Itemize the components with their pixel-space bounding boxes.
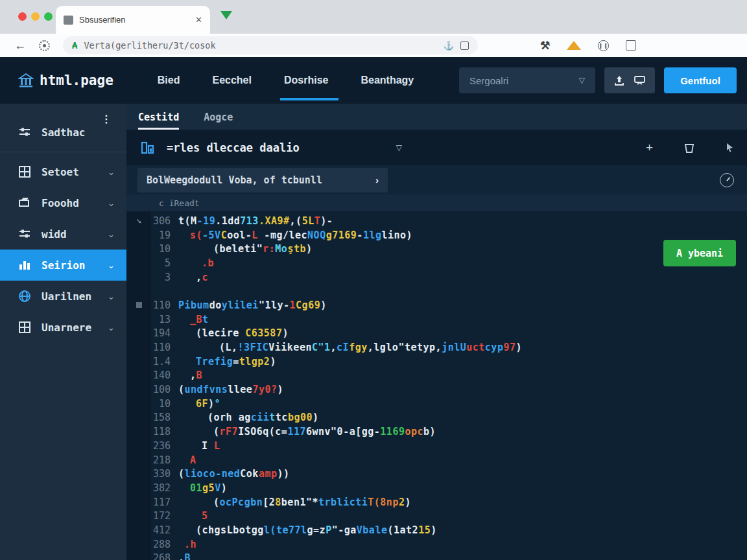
code-line: 218A — [126, 453, 747, 467]
run-button[interactable]: A ybeani — [663, 240, 736, 266]
dataset-selector-label[interactable]: =rles dleccae daalio — [167, 141, 385, 154]
app-header: html.page BiedEecchelDosrhiseBeanthagy S… — [0, 57, 747, 104]
code-text: .b — [178, 257, 214, 269]
profile-square-icon[interactable] — [626, 40, 636, 51]
query-input[interactable]: BolWeegdodull Voba, of tcbunll › — [137, 168, 388, 192]
kebab-menu-icon[interactable]: ⋮ — [101, 113, 112, 125]
sidebar: ⋮ Sadthac Setoet⌄Fooohd⌄widd⌄Seirion⌄Uar… — [0, 104, 126, 560]
sidebar-item-label: widd — [42, 228, 97, 240]
main-panel: CestitdAogce =rles dleccae daalio ▽ + Bo… — [126, 104, 747, 560]
chevron-down-icon: ▽ — [579, 76, 585, 85]
code-line: 288.h — [126, 537, 747, 552]
code-line: 330(lioco-nedCokamp)) — [126, 467, 747, 481]
code-area[interactable]: ➘306t(M-19.1dd713.XA9#,(5LT)-19s(-5VCool… — [126, 211, 747, 560]
fold-caret-icon[interactable]: ➘ — [126, 216, 151, 226]
upload-icon[interactable] — [613, 75, 625, 86]
tab-close-icon[interactable]: ✕ — [195, 15, 202, 25]
nav-item-beanthagy[interactable]: Beanthagy — [359, 59, 415, 102]
code-text: (ocPcgbn[28ben1"*trblictiT(8np2) — [178, 496, 411, 508]
sidebar-item-label: Seirion — [42, 259, 97, 272]
line-number: 412 — [151, 524, 178, 536]
bookmark-triangle-icon[interactable] — [567, 41, 581, 50]
line-number: 110 — [151, 299, 178, 311]
line-number: 330 — [151, 468, 178, 480]
line-number: 110 — [151, 342, 178, 353]
header-select[interactable]: Sergoalri ▽ — [459, 67, 595, 93]
chevron-down-icon: ⌄ — [108, 261, 115, 270]
trash-icon[interactable] — [683, 141, 696, 154]
code-line: 140,B — [126, 369, 747, 383]
code-line: 1.4Trefig=tlgp2) — [126, 355, 747, 369]
site-security-icon[interactable]: ₳ — [72, 40, 77, 51]
code-line: ➘306t(M-19.1dd713.XA9#,(5LT)- — [126, 214, 747, 228]
extensions-icon[interactable]: ⚒ — [540, 39, 550, 52]
line-number: 100 — [151, 384, 178, 395]
sidebar-item-label: Uarilnen — [42, 290, 97, 303]
breakpoint-square-icon[interactable] — [126, 301, 151, 310]
code-text: Pibumdoylilei"1ly-1Cg69) — [178, 299, 327, 311]
cursor-icon[interactable] — [726, 143, 734, 152]
line-number: 117 — [151, 496, 178, 508]
code-line — [126, 284, 747, 298]
reader-mode-icon[interactable] — [460, 41, 469, 50]
main-nav: BiedEecchelDosrhiseBeanthagy — [156, 59, 415, 102]
sidebar-item-label: Fooohd — [42, 197, 97, 209]
code-line: 5.b — [126, 256, 747, 270]
line-number: 140 — [151, 369, 178, 381]
sidebar-item-uarilnen[interactable]: Uarilnen⌄ — [0, 281, 126, 312]
tab-dropdown-icon[interactable] — [220, 11, 232, 19]
code-line: 106F)° — [126, 397, 747, 411]
tab-title: Sbsuserifien — [79, 15, 189, 25]
browser-toolbar: ← ₳ Verta(gerlitheru/3t/cosok ⚓ ⚒ ❙❙ — [0, 34, 747, 57]
code-text: (lecire C63587) — [178, 327, 289, 339]
favicon — [64, 16, 73, 25]
tab-cestitd[interactable]: Cestitd — [138, 111, 179, 130]
sidebar-item-seirion[interactable]: Seirion⌄ — [0, 250, 126, 281]
minimize-window-button[interactable] — [31, 12, 40, 21]
nav-item-eecchel[interactable]: Eecchel — [211, 59, 252, 102]
reload-target-icon[interactable] — [39, 40, 50, 51]
app-logo[interactable]: html.page — [18, 73, 113, 88]
code-header-label: c iReadt — [159, 198, 200, 208]
history-clock-icon[interactable] — [720, 173, 734, 187]
code-line: 100(undfvnsllee7y0?) — [126, 382, 747, 397]
code-text: A — [178, 454, 196, 466]
content-tabs: CestitdAogce — [126, 104, 747, 130]
browser-tab-strip: Sbsuserifien ✕ — [0, 0, 747, 34]
code-line: 1725 — [126, 509, 747, 523]
chevron-down-icon[interactable]: ▽ — [396, 143, 402, 152]
code-line: 194(lecire C63587) — [126, 327, 747, 341]
line-number: 268 — [151, 552, 178, 560]
sidebar-item-fooohd[interactable]: Fooohd⌄ — [0, 187, 126, 218]
url-text[interactable]: Verta(gerlitheru/3t/cosok — [84, 40, 436, 51]
tab-aogce[interactable]: Aogce — [204, 111, 233, 130]
sidebar-item-widd[interactable]: widd⌄ — [0, 218, 126, 250]
sidebar-item-setoet[interactable]: Setoet⌄ — [0, 156, 126, 187]
line-number: 288 — [151, 539, 178, 550]
primary-action-button[interactable]: Gentfuol — [664, 67, 737, 93]
browser-tab[interactable]: Sbsuserifien ✕ — [56, 6, 210, 34]
sidebar-item-unarnere[interactable]: Unarnere⌄ — [0, 312, 126, 343]
code-text: (undfvnsllee7y0?) — [178, 384, 283, 395]
address-bar[interactable]: ₳ Verta(gerlitheru/3t/cosok ⚓ — [63, 36, 478, 54]
dataset-selector-row: =rles dleccae daalio ▽ + — [126, 130, 747, 165]
display-icon[interactable] — [634, 75, 646, 86]
submit-arrow-icon[interactable]: › — [375, 174, 379, 185]
code-line: 110(L,!3FICViikeenC"1,cIfgy,lglo"tetyp,j… — [126, 340, 747, 355]
bookmark-icon[interactable]: ⚓ — [444, 41, 454, 51]
code-text: ,B — [178, 552, 191, 560]
code-line: 10(beleti"r:Moştb) — [126, 242, 747, 256]
nav-item-dosrhise[interactable]: Dosrhise — [283, 59, 329, 102]
pause-circle-icon[interactable]: ❙❙ — [598, 40, 609, 51]
plus-icon[interactable]: + — [646, 141, 653, 155]
back-button[interactable]: ← — [14, 39, 26, 52]
maximize-window-button[interactable] — [44, 12, 53, 21]
app-title: html.page — [40, 73, 113, 88]
nav-item-bied[interactable]: Bied — [156, 59, 182, 102]
bank-icon — [18, 73, 34, 88]
code-line: 38201g5V) — [126, 481, 747, 495]
line-number: 3 — [151, 272, 178, 283]
code-header: c iReadt — [126, 194, 747, 211]
chart-columns-icon — [141, 141, 155, 155]
close-window-button[interactable] — [18, 12, 27, 21]
